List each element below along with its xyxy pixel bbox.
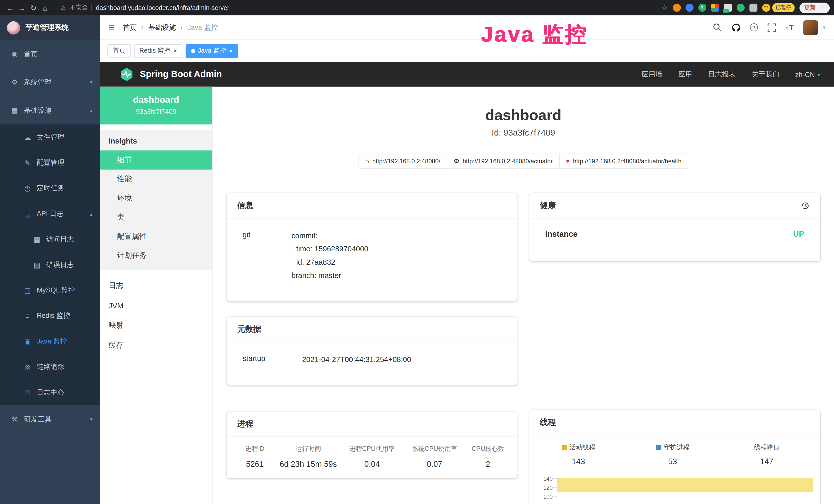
info-key: git <box>242 229 291 290</box>
sba-nav-about[interactable]: 关于我们 <box>751 70 779 79</box>
sidebar-item-config-management[interactable]: ✎ 配置管理 <box>0 150 100 175</box>
sidebar-item-label: 访问日志 <box>46 234 74 244</box>
sidebar-item-home[interactable]: ◉ 首页 <box>0 40 100 68</box>
metadata-value: 2021-04-27T00:44:31.254+08:00 <box>302 353 502 374</box>
instance-health-link[interactable]: ♥ http://192.168.0.2:48080/actuator/heal… <box>559 154 688 168</box>
health-instance-label: Instance <box>545 229 578 238</box>
sba-language-select[interactable]: zh-CN ▾ <box>795 70 820 78</box>
sidebar-item-api-logs[interactable]: ▤ API 日志 ▴ <box>0 201 100 226</box>
app-logo[interactable]: 芋道管理系统 <box>0 16 100 40</box>
address-divider <box>92 4 92 11</box>
eye-icon: ◎ <box>23 363 31 371</box>
hamburger-icon[interactable]: ≡ <box>108 22 114 33</box>
dashboard-icon: ◉ <box>10 50 19 58</box>
tab-redis-monitor[interactable]: Redis 监控 × <box>134 44 183 58</box>
sba-item-classes[interactable]: 类 <box>100 208 212 227</box>
threads-legend: 活动线程 143 守护进程 53 <box>531 443 814 466</box>
sidebar-item-tracing[interactable]: ◎ 链路追踪 <box>0 354 100 380</box>
extension-paused-badge[interactable]: 已暂停 <box>762 3 794 12</box>
sba-item-config-props[interactable]: 配置属性 <box>100 227 212 246</box>
process-table: 进程ID 5261 运行时间 6d 23h 15m 59s <box>234 444 510 468</box>
extension-letter: Y <box>698 4 706 12</box>
sidebar-item-redis-monitor[interactable]: ≡ Redis 监控 <box>0 303 100 328</box>
extension-icon-green[interactable]: Y <box>698 4 706 12</box>
sba-nav-journal[interactable]: 日志报表 <box>708 70 736 79</box>
home-icon[interactable]: ⌂ <box>39 3 51 12</box>
sba-sidebar: dashboard 93a3fc7f7409 Insights 细节 性能 环境… <box>100 87 213 504</box>
search-icon[interactable] <box>713 23 722 32</box>
col-value: 5261 <box>234 459 276 468</box>
address-bar[interactable]: ⚠ 不安全 dashboard.yudao.iocoder.cn/infra/a… <box>61 4 229 12</box>
clock-icon: ◷ <box>23 184 31 192</box>
instance-title: dashboard <box>213 107 834 124</box>
sidebar-item-label: 首页 <box>24 49 38 59</box>
breadcrumb-section[interactable]: 基础设施 <box>148 23 176 32</box>
info-card-title: 信息 <box>226 193 518 219</box>
info-card: 信息 git commit: time: 1596289704000 id: 2… <box>226 193 518 301</box>
browser-actions: ☆ Y on 已暂停 更新 ⋮ <box>661 2 830 13</box>
breadcrumb-separator: / <box>180 23 183 31</box>
sba-app-header[interactable]: dashboard 93a3fc7f7409 <box>100 87 212 124</box>
back-icon[interactable]: ← <box>4 3 16 12</box>
sidebar-item-java-monitor[interactable]: ▣ Java 监控 <box>0 329 100 354</box>
breadcrumb: 首页 / 基础设施 / Java 监控 <box>123 23 218 32</box>
browser-menu-icon[interactable]: ⋮ <box>819 4 825 11</box>
github-icon[interactable] <box>731 23 741 32</box>
sidebar-item-log-center[interactable]: ▤ 日志中心 <box>0 380 100 405</box>
sidebar-item-label: 错误日志 <box>46 260 74 270</box>
fullscreen-icon[interactable] <box>767 23 776 32</box>
avatar-caret-icon[interactable]: ▾ <box>823 24 825 30</box>
extension-icon-grid[interactable] <box>711 4 719 12</box>
instance-home-link[interactable]: ⌂ http://192.168.0.2:48080/ <box>358 154 447 168</box>
reload-icon[interactable]: ↻ <box>28 3 40 12</box>
extension-icon-blue-drop[interactable] <box>685 4 693 12</box>
sidebar-item-mysql-monitor[interactable]: ▥ MySQL 监控 <box>0 278 100 303</box>
breadcrumb-home[interactable]: 首页 <box>123 23 137 32</box>
sidebar-item-infrastructure[interactable]: ▦ 基础设施 ▴ <box>0 96 100 124</box>
sba-nav-wallboard[interactable]: 应用墙 <box>642 70 662 79</box>
sidebar-item-dev-tools[interactable]: ⚒ 研发工具 ▾ <box>0 405 100 433</box>
extension-icon-switch[interactable]: on <box>724 4 731 12</box>
sidebar-item-error-logs[interactable]: ▤ 错误日志 <box>0 252 100 278</box>
sba-item-logs[interactable]: 日志 <box>100 276 212 296</box>
tags-view-bar: 首页 Redis 监控 × Java 监控 × <box>100 40 834 62</box>
font-size-icon[interactable]: TT <box>786 23 794 32</box>
sba-brand[interactable]: Spring Boot Admin <box>119 67 222 82</box>
extension-icon-orange[interactable] <box>673 4 681 12</box>
git-id-line: id: 27aa832 <box>291 256 502 269</box>
help-icon[interactable]: ? <box>750 23 758 31</box>
tab-label: Java 监控 <box>198 46 226 55</box>
link-label: http://192.168.0.2:48080/ <box>372 158 440 164</box>
sba-item-scheduled-tasks[interactable]: 计划任务 <box>100 246 212 266</box>
close-icon[interactable]: × <box>173 47 177 54</box>
ytick-label: 140 <box>543 475 552 482</box>
document-icon: ▤ <box>23 388 31 396</box>
tab-home[interactable]: 首页 <box>107 44 131 58</box>
sba-nav-applications[interactable]: 应用 <box>678 70 692 79</box>
sidebar-item-label: 链路追踪 <box>37 362 64 371</box>
sidebar-item-access-logs[interactable]: ▤ 访问日志 <box>0 226 100 252</box>
sba-item-caches[interactable]: 缓存 <box>100 336 212 356</box>
user-avatar[interactable] <box>803 20 818 35</box>
sba-item-mappings[interactable]: 映射 <box>100 315 212 336</box>
history-icon[interactable] <box>801 201 810 210</box>
extension-icon-leaf[interactable] <box>737 4 744 12</box>
sba-item-details[interactable]: 细节 <box>100 151 212 170</box>
sba-item-environment[interactable]: 环境 <box>100 189 212 208</box>
col-header: 进程ID <box>234 444 276 453</box>
sba-item-metrics[interactable]: 性能 <box>100 170 212 189</box>
forward-icon[interactable]: → <box>16 3 28 12</box>
instance-actuator-link[interactable]: ⚙ http://192.168.0.2:48080/actuator <box>447 154 559 168</box>
close-icon[interactable]: × <box>229 47 233 54</box>
process-col-process-cpu: 进程CPU使用率 0.04 <box>341 444 403 468</box>
chrome-update-button[interactable]: 更新 ⋮ <box>799 2 830 13</box>
extensions-puzzle-icon[interactable] <box>749 4 757 12</box>
info-git-row: git commit: time: 1596289704000 id: 27aa… <box>242 227 501 290</box>
sba-item-jvm[interactable]: JVM <box>100 296 212 315</box>
bookmark-star-icon[interactable]: ☆ <box>661 3 668 12</box>
sidebar-item-system-management[interactable]: ⚙ 系统管理 ▾ <box>0 68 100 96</box>
sidebar-item-scheduled-jobs[interactable]: ◷ 定时任务 <box>0 175 100 201</box>
sidebar-item-file-management[interactable]: ☁ 文件管理 <box>0 124 100 150</box>
screen: ← → ↻ ⌂ ⚠ 不安全 dashboard.yudao.iocoder.cn… <box>0 0 834 504</box>
tab-java-monitor[interactable]: Java 监控 × <box>186 44 238 58</box>
